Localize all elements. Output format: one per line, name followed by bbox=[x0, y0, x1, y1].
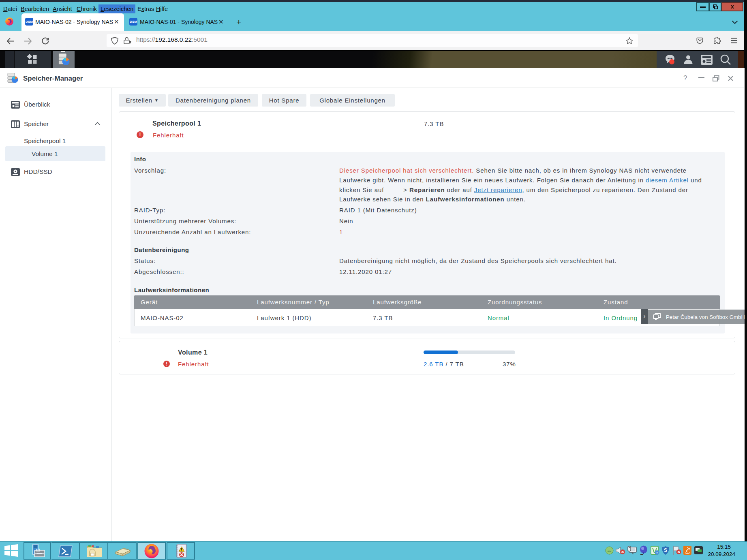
svg-text:S: S bbox=[664, 547, 667, 553]
svg-text:?: ? bbox=[656, 551, 658, 555]
svg-text:sbx: sbx bbox=[608, 550, 611, 552]
